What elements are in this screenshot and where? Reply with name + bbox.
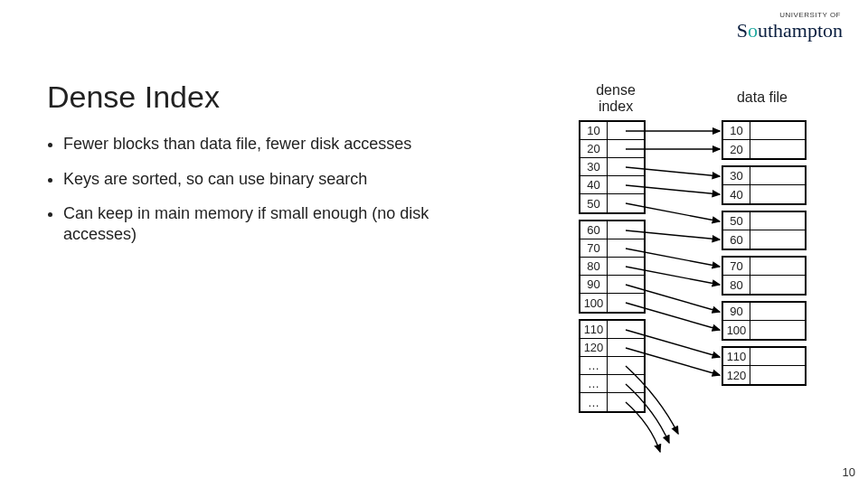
data-file-label: data file	[722, 89, 803, 106]
index-key: 10	[580, 122, 608, 139]
index-key: 20	[580, 140, 608, 157]
index-key: 30	[580, 158, 608, 175]
data-block: 50 60	[722, 211, 807, 250]
data-key: 70	[723, 258, 750, 275]
data-block: 110 120	[722, 346, 807, 386]
data-key: 110	[723, 348, 750, 365]
index-key: 40	[580, 176, 608, 193]
bullet-item: Fewer blocks than data file, fewer disk …	[63, 134, 499, 155]
data-key: 20	[723, 140, 750, 158]
data-key: 30	[723, 167, 750, 184]
index-key: 90	[580, 276, 608, 293]
data-block: 30 40	[722, 165, 807, 205]
data-key: 100	[723, 321, 750, 339]
index-key: …	[580, 393, 608, 411]
data-block: 90 100	[722, 301, 807, 341]
index-block: 110 120 … … …	[579, 319, 646, 413]
logo-main-text: Southampton	[737, 19, 843, 42]
index-key: 120	[580, 339, 608, 356]
slide-title: Dense Index	[47, 80, 220, 115]
index-key: 100	[580, 294, 608, 312]
index-block: 10 20 30 40 50	[579, 120, 646, 214]
bullet-item: Can keep in main memory if small enough …	[63, 203, 499, 244]
university-logo: UNIVERSITY OF Southampton	[737, 11, 843, 42]
dense-index-diagram: dense index data file 10 20 30 40 50 60 …	[561, 77, 850, 465]
data-key: 50	[723, 212, 750, 230]
index-column: 10 20 30 40 50 60 70 80 90 100 110 120 ……	[579, 120, 646, 418]
dense-index-label: dense index	[584, 82, 647, 115]
index-key: 80	[580, 258, 608, 275]
data-key: 60	[723, 230, 750, 249]
index-key: 70	[580, 239, 608, 257]
data-block: 70 80	[722, 256, 807, 296]
logo-top-text: UNIVERSITY OF	[737, 11, 843, 19]
data-key: 90	[723, 303, 750, 320]
data-key: 40	[723, 185, 750, 203]
bullet-item: Keys are sorted, so can use binary searc…	[63, 169, 499, 190]
data-block: 10 20	[722, 120, 807, 160]
data-key: 10	[723, 122, 750, 139]
page-number: 10	[843, 465, 855, 479]
index-key: …	[580, 357, 608, 374]
bullet-list: Fewer blocks than data file, fewer disk …	[47, 134, 499, 258]
data-key: 120	[723, 366, 750, 384]
index-key: 60	[580, 221, 608, 239]
index-key: …	[580, 375, 608, 392]
slide: UNIVERSITY OF Southampton Dense Index Fe…	[0, 0, 868, 488]
index-block: 60 70 80 90 100	[579, 220, 646, 314]
data-file-column: 10 20 30 40 50 60 70 80 90 100 110 120	[722, 120, 807, 391]
data-key: 80	[723, 276, 750, 294]
index-key: 50	[580, 194, 608, 212]
index-key: 110	[580, 321, 608, 338]
